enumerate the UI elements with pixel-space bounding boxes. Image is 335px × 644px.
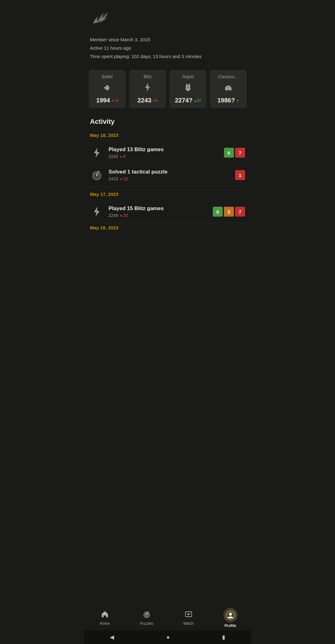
nav-home[interactable]: Home (84, 607, 126, 628)
blitz-may18-content: Played 13 Blitz games 2243 6 (109, 146, 219, 159)
activity-puzzle-may18[interactable]: Solved 1 tactical puzzle 2415 22 1 (84, 164, 251, 186)
rapid-label: Rapid (182, 74, 194, 79)
svg-point-31 (229, 613, 232, 616)
svg-point-25 (146, 614, 147, 615)
blitz-may17-badges: 6 2 7 (213, 207, 245, 217)
badge-wins-6: 6 (224, 148, 234, 158)
lichess-logo-icon (90, 6, 112, 28)
blitz-may18-sub: 2243 6 (109, 154, 219, 159)
blitz-activity-icon (90, 146, 104, 160)
bullet-label: Bullet (102, 74, 113, 79)
puzzle-may18-sub: 2415 22 (109, 176, 230, 181)
puzzles-icon (143, 610, 151, 620)
blitz-label: Blitz (144, 74, 152, 79)
svg-point-20 (96, 175, 98, 177)
nav-watch[interactable]: Watch (168, 607, 209, 628)
classical-label: Classica… (218, 74, 239, 79)
time-spent: Time spent playing: 102 days, 13 hours a… (90, 52, 245, 61)
back-button[interactable]: ◀ (110, 634, 114, 641)
blitz-rating-card[interactable]: Blitz 2243 6 (129, 70, 166, 108)
activity-section: Activity May 18, 2023 Played 13 Blitz ga… (84, 115, 251, 232)
watch-label: Watch (183, 621, 194, 626)
activity-blitz-may17[interactable]: Played 15 Blitz games 2249 20 6 2 7 (84, 200, 251, 223)
blitz-may17-content: Played 15 Blitz games 2249 20 (109, 205, 208, 218)
blitz-activity-icon-2 (90, 205, 104, 218)
date-may18: May 18, 2023 (84, 131, 251, 142)
badge-losses-7b: 7 (235, 207, 245, 217)
user-info-section: Member since March 3, 2015 Active 11 hou… (84, 32, 251, 67)
date-may16: May 16, 2023 (84, 223, 251, 232)
classical-rating-card[interactable]: Classica… 1986? (210, 70, 247, 108)
badge-puzzles-1: 1 (235, 170, 245, 180)
badge-losses-7: 7 (235, 148, 245, 158)
svg-point-10 (189, 88, 190, 88)
rapid-rating-card[interactable]: Rapid 2274? 24 (169, 70, 207, 108)
home-label: Home (100, 621, 109, 626)
system-nav-bar: ◀ ● ▮ (84, 630, 251, 644)
nav-puzzles[interactable]: Puzzles (126, 607, 168, 628)
nav-profile[interactable]: Profile (209, 605, 251, 630)
classical-change (236, 98, 239, 103)
bullet-value: 1994 74 (96, 97, 118, 104)
svg-point-16 (230, 89, 231, 91)
logo-area (84, 0, 251, 32)
member-since: Member since March 3, 2015 (90, 35, 245, 44)
recents-button[interactable]: ▮ (222, 634, 225, 641)
puzzle-may18-content: Solved 1 tactical puzzle 2415 22 (109, 169, 230, 181)
profile-icon-bg (223, 608, 238, 622)
puzzle-may18-badges: 1 (235, 170, 245, 180)
rapid-icon (182, 82, 194, 94)
ratings-row: Bullet 1994 74 Blitz 2243 6 Rapid (84, 67, 251, 115)
home-icon (101, 610, 109, 620)
puzzle-may18-title: Solved 1 tactical puzzle (109, 169, 230, 175)
svg-point-17 (227, 85, 229, 87)
blitz-may18-badges: 6 7 (224, 148, 245, 158)
activity-blitz-may18[interactable]: Played 13 Blitz games 2243 6 6 7 (84, 142, 251, 164)
puzzle-activity-icon (90, 168, 104, 182)
rapid-value: 2274? 24 (175, 97, 201, 104)
bullet-rating-card[interactable]: Bullet 1994 74 (89, 70, 126, 108)
badge-wins-6b: 6 (213, 207, 223, 217)
svg-point-9 (187, 88, 188, 88)
blitz-value: 2243 6 (137, 97, 158, 104)
home-button[interactable]: ● (167, 634, 170, 641)
bottom-nav: Home Puzzles Watch (84, 605, 251, 630)
blitz-may18-title: Played 13 Blitz games (109, 146, 219, 153)
puzzles-label: Puzzles (140, 621, 153, 626)
profile-label: Profile (225, 624, 236, 628)
classical-icon (223, 82, 234, 94)
rapid-change: 24 (194, 98, 201, 103)
bullet-icon (102, 82, 113, 94)
blitz-change: 6 (153, 98, 158, 103)
svg-point-8 (186, 87, 190, 90)
watch-icon (185, 610, 193, 620)
blitz-icon (142, 82, 153, 94)
activity-title: Activity (84, 115, 251, 131)
badge-draws-2: 2 (224, 207, 234, 217)
bullet-change: 74 (111, 98, 118, 103)
active-status: Active 11 hours ago (90, 44, 245, 52)
svg-marker-29 (188, 613, 190, 615)
svg-point-15 (226, 89, 227, 91)
blitz-may17-sub: 2249 20 (109, 213, 208, 218)
date-may17: May 17, 2023 (84, 187, 251, 200)
classical-value: 1986? (217, 97, 239, 104)
blitz-may17-title: Played 15 Blitz games (109, 205, 208, 212)
